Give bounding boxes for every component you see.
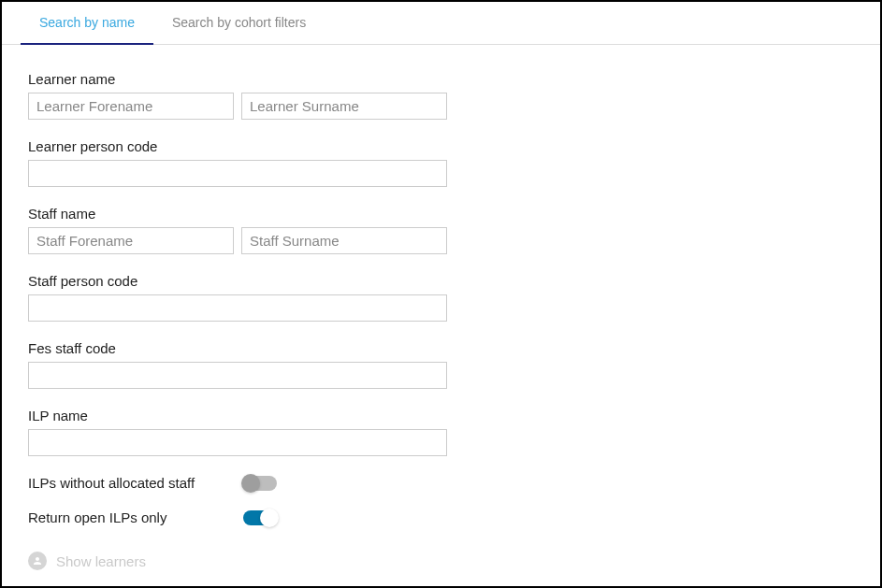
learner-name-label: Learner name [28, 71, 854, 87]
learner-person-code-label: Learner person code [28, 138, 854, 154]
ilps-without-staff-row: ILPs without allocated staff [28, 475, 854, 491]
show-learners-label: Show learners [56, 553, 146, 569]
ilps-without-staff-toggle[interactable] [243, 476, 277, 491]
learner-person-code-group: Learner person code [28, 138, 854, 187]
staff-forename-input[interactable] [28, 227, 234, 254]
ilp-name-input[interactable] [28, 429, 447, 456]
search-form: Learner name Learner person code Staff n… [2, 45, 880, 570]
learner-name-group: Learner name [28, 71, 854, 120]
ilps-without-staff-label: ILPs without allocated staff [28, 475, 243, 491]
tab-search-by-cohort-filters[interactable]: Search by cohort filters [153, 2, 325, 45]
staff-person-code-label: Staff person code [28, 273, 854, 289]
staff-name-group: Staff name [28, 206, 854, 254]
ilp-name-label: ILP name [28, 408, 854, 423]
person-icon [28, 552, 47, 570]
return-open-ilps-row: Return open ILPs only [28, 509, 854, 525]
ilp-name-group: ILP name [28, 408, 854, 456]
return-open-ilps-toggle[interactable] [243, 510, 277, 525]
search-tabs: Search by name Search by cohort filters [2, 2, 880, 45]
fes-staff-code-input[interactable] [28, 362, 447, 389]
return-open-ilps-label: Return open ILPs only [28, 509, 243, 525]
tab-search-by-name[interactable]: Search by name [21, 2, 153, 45]
fes-staff-code-group: Fes staff code [28, 340, 854, 389]
learner-forename-input[interactable] [28, 93, 234, 120]
learner-surname-input[interactable] [241, 93, 447, 120]
fes-staff-code-label: Fes staff code [28, 340, 854, 356]
staff-person-code-input[interactable] [28, 294, 447, 322]
staff-surname-input[interactable] [241, 227, 447, 254]
learner-person-code-input[interactable] [28, 160, 447, 187]
staff-person-code-group: Staff person code [28, 273, 854, 322]
show-learners-button[interactable]: Show learners [28, 552, 854, 570]
staff-name-label: Staff name [28, 206, 854, 222]
